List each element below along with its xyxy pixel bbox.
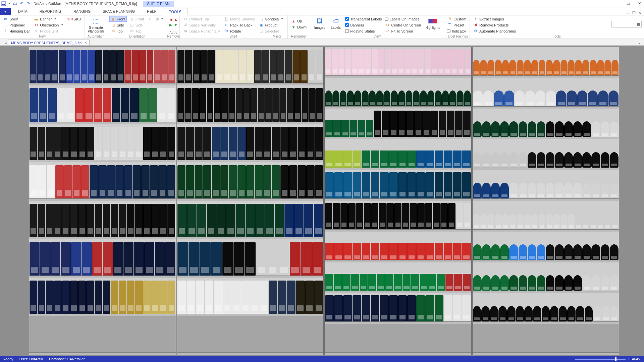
product[interactable]: [241, 281, 250, 314]
shelf[interactable]: [473, 262, 619, 293]
product[interactable]: [389, 150, 398, 168]
product[interactable]: [591, 183, 600, 198]
product[interactable]: [591, 275, 600, 291]
product[interactable]: [455, 111, 463, 137]
product[interactable]: [81, 165, 90, 198]
product[interactable]: [30, 204, 37, 237]
product[interactable]: [531, 214, 538, 229]
shelf[interactable]: [473, 170, 619, 201]
product[interactable]: [425, 203, 432, 229]
product[interactable]: [431, 49, 438, 75]
product[interactable]: [255, 165, 263, 198]
product[interactable]: [208, 50, 215, 83]
product[interactable]: [519, 275, 527, 291]
product[interactable]: [111, 281, 118, 314]
product[interactable]: [325, 90, 332, 106]
product[interactable]: [601, 183, 609, 198]
shelf[interactable]: [177, 201, 324, 239]
product[interactable]: [380, 243, 388, 260]
product[interactable]: [30, 50, 37, 83]
product[interactable]: [214, 88, 221, 121]
product[interactable]: [407, 295, 416, 321]
product[interactable]: [515, 90, 525, 106]
product[interactable]: [546, 121, 554, 137]
product[interactable]: [525, 90, 535, 106]
product[interactable]: [364, 203, 371, 229]
product[interactable]: [184, 88, 192, 121]
product[interactable]: [167, 204, 175, 237]
product[interactable]: [390, 111, 398, 137]
product[interactable]: [340, 90, 347, 106]
product[interactable]: [365, 49, 371, 75]
context-tab-shelf-plan[interactable]: SHELF PLAN: [143, 1, 173, 7]
product[interactable]: [342, 274, 351, 291]
product[interactable]: [585, 306, 593, 322]
product[interactable]: [601, 121, 609, 137]
product[interactable]: [482, 183, 491, 198]
product[interactable]: [447, 111, 454, 137]
product[interactable]: [389, 243, 398, 260]
product[interactable]: [186, 127, 194, 160]
product[interactable]: [435, 243, 443, 260]
product[interactable]: [386, 203, 394, 229]
product[interactable]: [360, 274, 368, 291]
product[interactable]: [593, 306, 601, 322]
product[interactable]: [528, 275, 536, 291]
product[interactable]: [442, 90, 449, 106]
product[interactable]: [582, 275, 591, 291]
product[interactable]: [398, 295, 407, 321]
product[interactable]: [509, 214, 516, 229]
product[interactable]: [203, 165, 211, 198]
print-icon[interactable]: [13, 1, 17, 6]
product[interactable]: [103, 204, 110, 237]
product[interactable]: [245, 242, 256, 275]
product[interactable]: [353, 295, 361, 321]
shelf[interactable]: [29, 47, 176, 85]
product[interactable]: [132, 50, 139, 83]
product[interactable]: [398, 172, 407, 198]
mdi-minimize[interactable]: —: [626, 11, 630, 15]
product[interactable]: [246, 165, 255, 198]
product[interactable]: [255, 204, 265, 237]
product[interactable]: [371, 295, 379, 321]
product[interactable]: [542, 306, 550, 322]
product[interactable]: [402, 203, 409, 229]
orientation-front-button[interactable]: ▯Front: [109, 16, 127, 22]
labels-on-images-check[interactable]: Labels On Images: [384, 16, 423, 22]
product[interactable]: [239, 50, 246, 83]
product[interactable]: [103, 127, 110, 160]
product[interactable]: [306, 127, 315, 160]
product[interactable]: [417, 203, 425, 229]
product[interactable]: [269, 281, 277, 314]
product[interactable]: [473, 152, 482, 168]
arrow-left-icon[interactable]: ◀: [169, 17, 172, 22]
product[interactable]: [519, 121, 527, 137]
product[interactable]: [368, 274, 376, 291]
product[interactable]: [524, 306, 533, 322]
product[interactable]: [167, 127, 175, 160]
product[interactable]: [187, 204, 197, 237]
product[interactable]: [226, 204, 235, 237]
product[interactable]: [127, 127, 135, 160]
redo-icon[interactable]: ↷: [26, 1, 31, 6]
product[interactable]: [463, 111, 471, 137]
product[interactable]: [223, 281, 232, 314]
product[interactable]: [62, 127, 70, 160]
product[interactable]: [407, 243, 416, 260]
tab-reporting[interactable]: REPORTING: [34, 8, 67, 15]
product[interactable]: [462, 172, 471, 198]
product[interactable]: [601, 244, 609, 260]
product[interactable]: [462, 243, 471, 260]
product[interactable]: [509, 60, 516, 75]
product[interactable]: [247, 50, 254, 83]
product[interactable]: [308, 50, 315, 83]
product[interactable]: [560, 214, 568, 229]
product[interactable]: [334, 172, 343, 198]
planogram[interactable]: [29, 47, 619, 355]
product[interactable]: [353, 150, 361, 168]
shelf[interactable]: [325, 139, 471, 170]
product[interactable]: [482, 275, 491, 291]
product[interactable]: [611, 214, 619, 229]
product[interactable]: [378, 49, 384, 75]
product[interactable]: [539, 60, 546, 75]
